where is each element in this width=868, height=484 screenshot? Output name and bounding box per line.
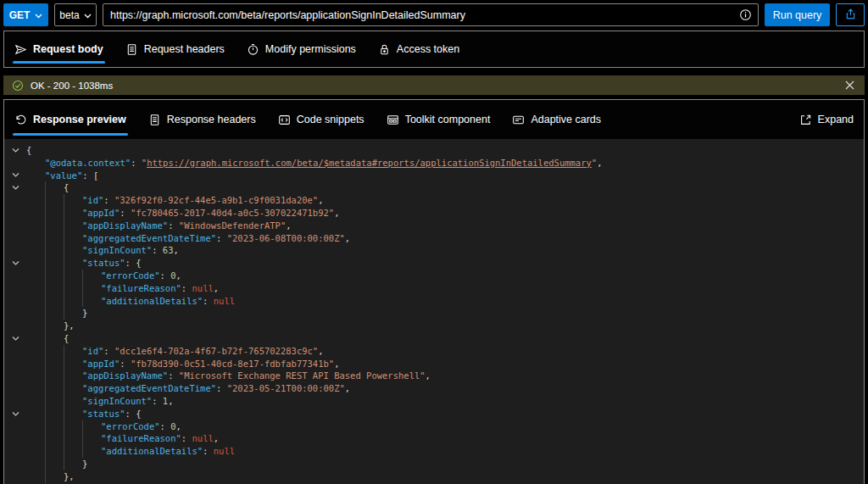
code-text: "additionalDetails": null [101,295,235,308]
tab-request-body[interactable]: Request body [14,31,103,67]
code-text: "status": { [82,408,142,420]
json-punctuation: { [64,182,69,192]
request-tabs-panel: Request bodyRequest headersModify permis… [3,31,865,68]
json-key: "id" [82,346,103,356]
indent-guide [26,432,45,445]
indent-guide [64,307,82,320]
tab-access-token[interactable]: Access token [378,31,459,67]
json-punctuation: : [160,270,171,281]
api-version-dropdown[interactable]: beta [54,3,97,26]
code-text: "@odata.context": "https://graph.microso… [45,157,602,170]
gutter [4,157,26,170]
indent-guide [26,220,45,232]
fold-chevron-icon[interactable] [4,144,26,157]
run-query-button[interactable]: Run query [765,3,830,26]
json-punctuation: : [131,158,142,168]
indent-guide [26,295,45,308]
gutter [4,270,26,282]
json-punctuation: : [120,208,131,218]
code-text: }, [64,320,75,332]
request-bar: GET beta Run query [0,0,868,26]
code-text: "appDisplayName": "Microsoft Exchange RE… [82,370,431,382]
json-null: null [214,446,235,456]
json-key: "aggregatedEventDateTime" [82,383,216,393]
http-method-dropdown[interactable]: GET [3,3,48,26]
json-string: "fb78d390-0c51-40cd-8e17-fdbfab77341b" [131,359,334,369]
tab-toolkit-component[interactable]: Toolkit component [387,100,491,139]
tab-request-headers[interactable]: Request headers [125,31,225,67]
code-line: "additionalDetails": null [4,295,864,308]
json-punctuation: : [120,359,131,369]
indent-guide [26,358,45,370]
tab-adaptive-cards[interactable]: Adaptive cards [512,100,601,139]
json-punctuation: : [152,245,163,255]
code-text: { [64,181,69,194]
code-line: } [4,458,864,470]
indent-guide [45,232,64,245]
json-key: "failureReason" [101,433,181,443]
response-preview-editor[interactable]: {"@odata.context": "https://graph.micros… [4,139,864,484]
json-number: 63 [163,245,174,255]
fold-chevron-icon[interactable] [4,332,26,345]
json-punctuation: : [168,220,179,231]
json-punctuation: , [345,233,350,243]
indent-guide [45,458,64,470]
tab-label: Response preview [33,114,126,125]
code-line: "errorCode": 0, [4,270,864,282]
gutter [4,445,26,458]
indent-guide [45,207,64,220]
gutter [4,307,26,320]
tab-response-headers[interactable]: Response headers [148,100,256,139]
indent-guide [64,194,82,207]
close-icon[interactable] [843,79,856,92]
share-query-button[interactable] [836,3,865,26]
indent-guide [26,470,45,483]
indent-guide [45,332,64,345]
code-line: { [4,332,864,345]
json-punctuation: : [ [82,170,98,181]
json-key: "status" [82,409,125,419]
code-line: "appDisplayName": "WindowsDefenderATP", [4,220,864,232]
indent-guide [45,270,64,282]
tab-label: Request body [33,43,103,55]
code-text: "id": "dcc1e6f4-702a-4f67-b72f-765702283… [82,345,324,358]
json-punctuation: : [216,383,227,393]
indent-guide [26,345,45,358]
json-punctuation: , [345,383,350,393]
json-punctuation: , [214,283,219,293]
indent-guide [82,445,101,458]
indent-guide [26,382,45,395]
code-line: "id": "326f92f0-92cf-44e5-a9b1-c9f0031da… [4,194,864,207]
fold-chevron-icon[interactable] [4,170,26,182]
fold-chevron-icon[interactable] [4,181,26,194]
indent-guide [82,270,101,282]
code-text: "signInCount": 63, [82,244,179,257]
tab-modify-permissions[interactable]: Modify permissions [247,31,356,67]
tab-response-preview[interactable]: Response preview [14,100,126,139]
indent-guide [45,370,64,382]
fold-chevron-icon[interactable] [4,408,26,420]
indent-guide [45,282,64,295]
fold-chevron-icon[interactable] [4,257,26,270]
json-string: "2023-06-08T00:00:00Z" [227,233,345,243]
json-link[interactable]: https://graph.microsoft.com/beta/$metada… [147,158,592,168]
json-string: "WindowsDefenderATP" [179,220,286,231]
response-panel: Response previewResponse headersCode sni… [3,99,865,484]
query-url-input[interactable] [103,9,732,21]
indent-guide [26,370,45,382]
tab-code-snippets[interactable]: Code snippets [278,100,364,139]
gutter [4,282,26,295]
info-icon[interactable] [732,4,758,25]
gutter [4,382,26,395]
json-punctuation: : [203,446,214,456]
expand-button[interactable]: Expand [799,100,854,139]
indent-guide [64,408,82,420]
indent-guide [64,382,82,395]
json-key: "additionalDetails" [101,446,203,456]
json-punctuation: , [318,195,323,205]
tab-label: Response headers [167,114,256,125]
api-version-label: beta [59,9,79,21]
code-icon [278,114,291,126]
json-key: "aggregatedEventDateTime" [82,233,216,243]
query-url-field [103,3,759,26]
